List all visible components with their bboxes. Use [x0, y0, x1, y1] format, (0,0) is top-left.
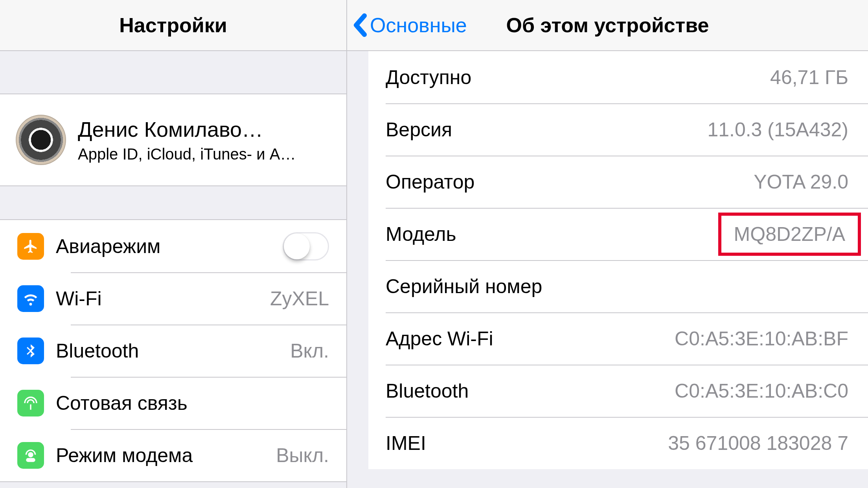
wifi-value: ZyXEL — [270, 287, 329, 310]
connectivity-group: Авиарежим Wi-Fi ZyXEL Bluetooth Вкл. — [0, 219, 346, 482]
row-value: YOTA 29.0 — [754, 171, 848, 193]
cellular-label: Сотовая связь — [56, 392, 329, 415]
avatar — [16, 115, 66, 165]
profile-group: Денис Комилаво… Apple ID, iCloud, iTunes… — [0, 94, 346, 186]
back-label: Основные — [370, 13, 467, 37]
row-bluetooth-address[interactable]: Bluetooth C0:A5:3E:10:AB:C0 — [368, 365, 868, 417]
detail-pane: Основные Об этом устройстве Доступно 46,… — [347, 0, 868, 488]
airplane-switch[interactable] — [283, 232, 329, 261]
chevron-left-icon — [353, 13, 367, 37]
wifi-label: Wi-Fi — [56, 287, 270, 310]
row-carrier[interactable]: Оператор YOTA 29.0 — [368, 156, 868, 208]
row-value: C0:A5:3E:10:AB:BF — [675, 327, 848, 350]
wifi-icon — [17, 285, 44, 312]
sidebar-item-hotspot[interactable]: Режим модема Выкл. — [0, 429, 346, 481]
cellular-icon — [17, 390, 44, 416]
profile-subtitle: Apple ID, iCloud, iTunes- и A… — [78, 145, 296, 163]
row-available[interactable]: Доступно 46,71 ГБ — [368, 51, 868, 103]
settings-sidebar: Настройки Денис Комилаво… Apple ID, iClo… — [0, 0, 347, 488]
sidebar-item-wifi[interactable]: Wi-Fi ZyXEL — [0, 272, 346, 325]
bluetooth-icon — [17, 338, 44, 364]
hotspot-value: Выкл. — [276, 444, 329, 467]
sidebar-item-bluetooth[interactable]: Bluetooth Вкл. — [0, 325, 346, 377]
bluetooth-value: Вкл. — [290, 339, 329, 362]
apple-id-row[interactable]: Денис Комилаво… Apple ID, iCloud, iTunes… — [0, 94, 346, 185]
row-value: C0:A5:3E:10:AB:C0 — [675, 380, 848, 402]
row-label: Модель — [386, 223, 718, 246]
row-label: Серийный номер — [386, 275, 848, 298]
row-model[interactable]: Модель MQ8D2ZP/A — [368, 208, 868, 260]
hotspot-icon — [17, 442, 44, 469]
row-value: 46,71 ГБ — [770, 66, 848, 89]
airplane-label: Авиарежим — [56, 235, 283, 258]
row-wifi-address[interactable]: Адрес Wi-Fi C0:A5:3E:10:AB:BF — [368, 312, 868, 365]
profile-name: Денис Комилаво… — [78, 117, 296, 141]
row-label: Версия — [386, 118, 707, 141]
hotspot-label: Режим модема — [56, 444, 276, 467]
row-label: Адрес Wi-Fi — [386, 327, 675, 350]
row-label: Оператор — [386, 171, 754, 193]
left-nav-bar: Настройки — [0, 0, 346, 51]
row-value-highlighted: MQ8D2ZP/A — [718, 213, 861, 256]
row-label: Bluetooth — [386, 380, 675, 402]
sidebar-item-airplane[interactable]: Авиарежим — [0, 220, 346, 272]
left-title: Настройки — [119, 13, 227, 37]
back-button[interactable]: Основные — [347, 13, 467, 37]
right-nav-bar: Основные Об этом устройстве — [347, 0, 868, 51]
row-label: Доступно — [386, 66, 770, 89]
row-label: IMEI — [386, 432, 668, 455]
row-version[interactable]: Версия 11.0.3 (15A432) — [368, 103, 868, 156]
row-value: 11.0.3 (15A432) — [707, 118, 848, 141]
airplane-icon — [17, 233, 44, 260]
row-imei[interactable]: IMEI 35 671008 183028 7 — [368, 417, 868, 469]
bluetooth-label: Bluetooth — [56, 339, 290, 362]
row-serial[interactable]: Серийный номер — [368, 260, 868, 312]
sidebar-item-cellular[interactable]: Сотовая связь — [0, 377, 346, 429]
about-list: Доступно 46,71 ГБ Версия 11.0.3 (15A432)… — [368, 51, 868, 469]
row-value: 35 671008 183028 7 — [668, 432, 848, 455]
